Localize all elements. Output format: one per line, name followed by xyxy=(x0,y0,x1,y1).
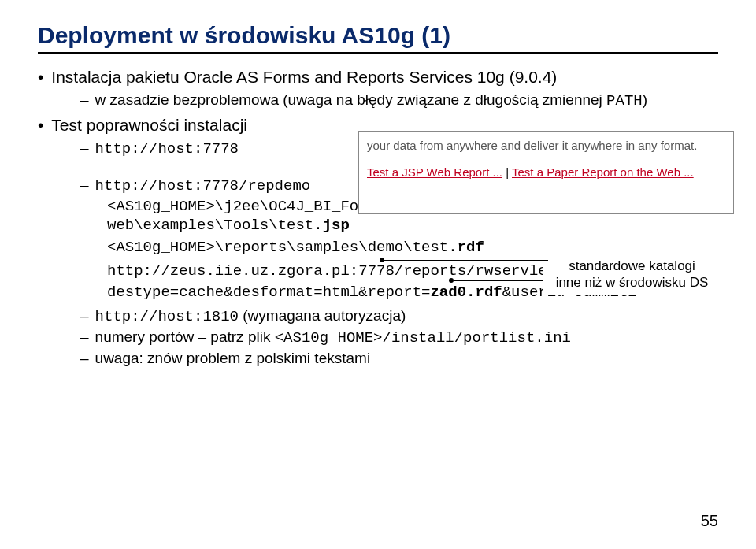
subbullet-host1810: –http://host:1810 (wymagana autoryzacja) xyxy=(80,307,718,325)
bullet-dot: • xyxy=(38,68,43,86)
link-paper-report[interactable]: Test a Paper Report on the Web ... xyxy=(512,165,694,179)
dash-icon: – xyxy=(80,350,89,366)
dash-icon: – xyxy=(80,139,89,156)
subbullet-bezproblemowa: –w zasadzie bezproblemowa (uwaga na błęd… xyxy=(80,91,718,109)
slide-title: Deployment w środowisku AS10g (1) xyxy=(38,22,718,54)
callout-line1: standardowe katalogi xyxy=(550,258,714,274)
subbullet-polskie: –uwaga: znów problem z polskimi tekstami xyxy=(80,350,718,367)
leader-line xyxy=(454,280,543,281)
dash-icon: – xyxy=(80,176,89,193)
bullet-dot: • xyxy=(38,116,43,134)
bullet-install: •Instalacja pakietu Oracle AS Forms and … xyxy=(38,68,718,87)
callout-note: standardowe katalogi inne niż w środowis… xyxy=(543,254,721,295)
leader-dot xyxy=(380,258,384,262)
dash-icon: – xyxy=(80,91,89,108)
subbullet-portlist: –numery portów – patrz plik <AS10g_HOME>… xyxy=(80,328,718,347)
browser-snippet-box: your data from anywhere and deliver it a… xyxy=(358,131,734,214)
browser-snippet-text: your data from anywhere and deliver it a… xyxy=(367,138,725,154)
link-separator: | xyxy=(502,165,512,179)
dash-icon: – xyxy=(80,328,89,345)
callout-line2: inne niż w środowisku DS xyxy=(550,274,714,291)
page-number: 55 xyxy=(701,512,718,530)
dash-icon: – xyxy=(80,307,89,324)
leader-line xyxy=(383,260,548,261)
link-jsp-report[interactable]: Test a JSP Web Report ... xyxy=(367,165,502,179)
